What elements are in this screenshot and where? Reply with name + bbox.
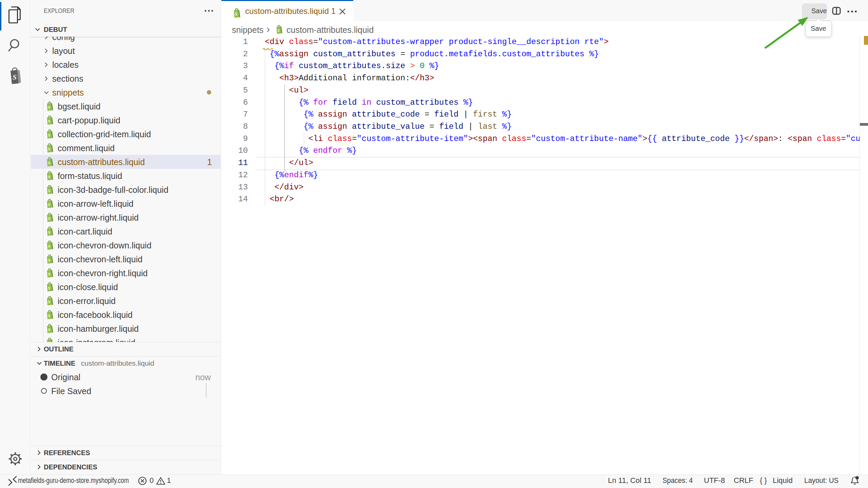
svg-text:S: S xyxy=(13,73,17,81)
